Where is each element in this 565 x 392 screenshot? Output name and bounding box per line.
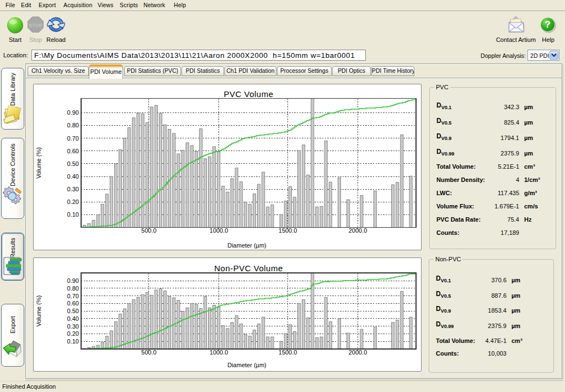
- svg-text:0.50: 0.50: [67, 160, 79, 167]
- svg-text:Volume (%): Volume (%): [35, 147, 42, 179]
- svg-text:1500.0: 1500.0: [279, 349, 297, 356]
- svg-text:Non-PVC Volume: Non-PVC Volume: [214, 264, 283, 273]
- svg-text:STOP: STOP: [29, 23, 42, 28]
- svg-text:?: ?: [545, 19, 550, 30]
- svg-text:500.0: 500.0: [141, 227, 157, 234]
- svg-text:0.50: 0.50: [67, 308, 79, 314]
- svg-text:0.40: 0.40: [67, 173, 79, 180]
- svg-text:0.60: 0.60: [67, 300, 79, 307]
- svg-text:Diameter (µm): Diameter (µm): [227, 362, 266, 368]
- svg-text:0.40: 0.40: [67, 315, 79, 322]
- svg-text:0.80: 0.80: [67, 285, 79, 292]
- svg-text:Volume (%): Volume (%): [35, 296, 42, 327]
- svg-text:2000.0: 2000.0: [349, 227, 367, 234]
- svg-text:0.70: 0.70: [67, 135, 79, 142]
- svg-text:0.20: 0.20: [67, 198, 79, 205]
- svg-text:1000.0: 1000.0: [210, 227, 228, 234]
- svg-text:1000.0: 1000.0: [210, 349, 228, 356]
- svg-text:0.10: 0.10: [67, 211, 79, 218]
- svg-text:0.60: 0.60: [67, 148, 79, 154]
- svg-text:2000.0: 2000.0: [349, 349, 367, 356]
- svg-text:0.30: 0.30: [67, 186, 79, 192]
- svg-text:0.90: 0.90: [67, 109, 79, 116]
- svg-text:0.70: 0.70: [67, 293, 79, 299]
- svg-text:0.20: 0.20: [67, 330, 79, 337]
- svg-text:PVC Volume: PVC Volume: [223, 89, 273, 99]
- svg-text:Diameter (µm): Diameter (µm): [227, 242, 266, 249]
- svg-text:1500.0: 1500.0: [279, 227, 297, 234]
- svg-text:0.90: 0.90: [67, 277, 79, 284]
- svg-text:0.30: 0.30: [67, 323, 79, 330]
- svg-text:500.0: 500.0: [141, 349, 157, 356]
- svg-text:0.80: 0.80: [67, 122, 79, 128]
- svg-text:0.10: 0.10: [67, 338, 79, 345]
